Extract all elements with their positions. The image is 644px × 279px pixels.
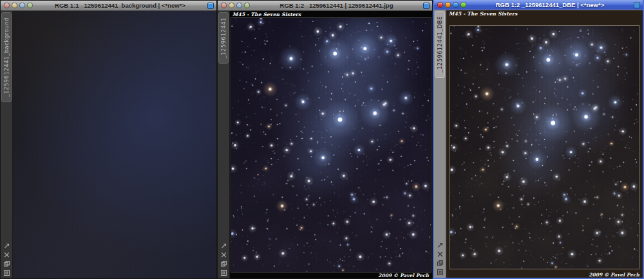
view-tools (1, 242, 12, 276)
pleiades-photo-dbe[interactable]: M45 - The Seven Sisters 2009 © Pavel Pec… (446, 10, 643, 278)
window-button-blue-icon[interactable] (236, 3, 242, 8)
frame-view-icon[interactable] (220, 269, 227, 276)
window-button-red-icon[interactable] (4, 3, 10, 8)
window-button-orange-icon[interactable] (445, 2, 451, 8)
titlebar[interactable]: RGB 1:2 _1259612441 | 1259612441.jpg (218, 1, 432, 11)
starfield-image[interactable] (231, 17, 431, 273)
image-id-label: _1259612441_DBE (437, 16, 443, 73)
titlebar[interactable]: RGB 1:2 _1259612441_DBE | <*new*> (434, 0, 643, 10)
image-id-label: _1259612441_background (3, 17, 10, 97)
view-tools (434, 242, 446, 276)
titlebar[interactable]: RGB 1:1 _1259612441_background | <*new*> (1, 1, 216, 11)
view-tools (218, 242, 229, 276)
image-window-original[interactable]: RGB 1:2 _1259612441 | 1259612441.jpg _12… (217, 0, 433, 279)
window-buttons (221, 3, 250, 8)
pleiades-photo[interactable]: M45 - The Seven Sisters 2009 © Pavel Pec… (230, 11, 432, 278)
image-selector-sidebar[interactable]: _1259612441_background (1, 11, 13, 278)
pan-arrow-icon[interactable] (220, 242, 227, 249)
window-button-green-icon[interactable] (27, 3, 33, 8)
window-button-green-icon[interactable] (244, 3, 250, 8)
frame-view-icon[interactable] (437, 269, 444, 276)
pan-arrow-icon[interactable] (437, 242, 444, 249)
window-title: RGB 1:1 _1259612441_background | <*new*> (33, 2, 207, 9)
window-title: RGB 1:2 _1259612441_DBE | <*new*> (466, 1, 634, 8)
duplicate-views-icon[interactable] (220, 260, 227, 267)
image-id-label: _1259612441 (220, 17, 227, 59)
crosshair-icon[interactable] (3, 251, 10, 258)
duplicate-views-icon[interactable] (437, 260, 444, 267)
image-selector-sidebar[interactable]: _1259612441_DBE (434, 10, 446, 278)
pan-arrow-icon[interactable] (3, 242, 10, 249)
window-buttons (4, 3, 33, 8)
window-button-blue-icon[interactable] (19, 3, 25, 8)
photo-credit: 2009 © Pavel Pech (589, 272, 639, 278)
image-id-tab[interactable]: _1259612441_DBE (435, 11, 445, 78)
photo-caption: M45 - The Seven Sisters (449, 11, 517, 17)
window-button-green-icon[interactable] (460, 2, 466, 8)
crosshair-icon[interactable] (437, 251, 444, 258)
image-window-dbe[interactable]: RGB 1:2 _1259612441_DBE | <*new*> _12596… (433, 0, 644, 279)
crosshair-icon[interactable] (220, 251, 227, 258)
photo-credit: 2009 © Pavel Pech (378, 273, 429, 278)
duplicate-views-icon[interactable] (3, 260, 10, 267)
image-selector-sidebar[interactable]: _1259612441 (218, 11, 230, 278)
starfield-image[interactable] (450, 25, 639, 269)
window-button-blue-icon[interactable] (453, 2, 459, 8)
window-mode-indicator-icon[interactable] (207, 3, 214, 9)
window-mode-indicator-icon[interactable] (634, 2, 640, 8)
window-button-red-icon[interactable] (221, 3, 227, 8)
image-id-tab[interactable]: _1259612441_background (1, 12, 12, 102)
background-model-image[interactable] (13, 11, 216, 278)
window-button-yellow-icon[interactable] (229, 3, 234, 8)
image-id-tab[interactable]: _1259612441 (218, 12, 229, 64)
window-button-yellow-icon[interactable] (12, 3, 17, 8)
window-mode-indicator-icon[interactable] (423, 3, 430, 9)
window-button-red-icon[interactable] (437, 2, 443, 8)
window-buttons (437, 2, 466, 8)
image-window-background[interactable]: RGB 1:1 _1259612441_background | <*new*>… (0, 0, 217, 279)
photo-caption: M45 - The Seven Sisters (232, 12, 301, 17)
frame-view-icon[interactable] (3, 269, 10, 276)
window-title: RGB 1:2 _1259612441 | 1259612441.jpg (250, 2, 423, 9)
